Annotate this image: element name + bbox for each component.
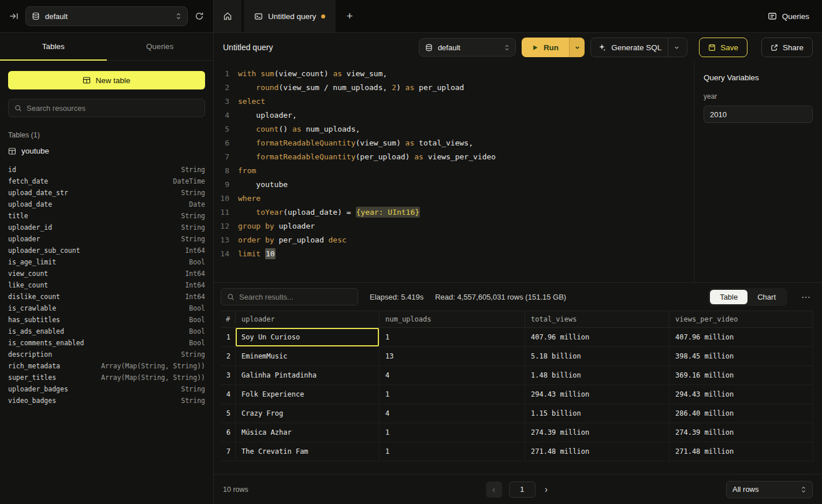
table-cell[interactable]: 407.96 million [669,328,813,346]
run-button[interactable]: Run [522,38,569,57]
column-row[interactable]: uploaderString [8,233,205,245]
tab-untitled-query[interactable]: Untitled query [244,0,336,32]
table-row[interactable]: 6Música Azhar1274.39 million274.39 milli… [221,423,813,442]
prev-page-button[interactable]: ‹ [486,481,502,498]
table-cell[interactable]: 1.15 billion [525,404,669,423]
new-table-button[interactable]: New table [8,71,205,89]
table-cell[interactable]: 4 [380,404,525,423]
table-cell[interactable]: 1 [380,423,525,442]
column-row[interactable]: rich_metadataArray(Map(String, String)) [8,360,205,372]
table-cell[interactable]: Soy Un Curioso [236,328,380,346]
column-row[interactable]: uploader_idString [8,222,205,233]
table-cell[interactable]: 13 [380,347,525,365]
table-cell[interactable]: 1 [380,442,525,461]
row-number[interactable]: 1 [221,328,236,346]
code-line[interactable]: 10where [214,192,694,206]
row-number[interactable]: 2 [221,347,236,365]
column-row[interactable]: descriptionString [8,349,205,360]
row-number[interactable]: 3 [221,366,236,384]
code-line[interactable]: 6 formatReadableQuantity(view_sum) as to… [214,136,694,150]
column-row[interactable]: is_comments_enabledBool [8,337,205,349]
table-row[interactable]: 5Crazy Frog41.15 billion286.40 million [221,404,813,423]
code-line[interactable]: 1with sum(view_count) as view_sum, [214,67,694,81]
table-cell[interactable]: 274.39 million [669,423,813,442]
code-line[interactable]: 13order by per_upload desc [214,233,694,247]
collapse-sidebar-button[interactable] [9,12,18,21]
table-cell[interactable]: 4 [380,366,525,384]
table-cell[interactable]: The Crevatin Fam [236,442,380,461]
table-cell[interactable]: 369.16 million [669,366,813,384]
column-row[interactable]: dislike_countInt64 [8,291,205,303]
table-cell[interactable]: 271.48 million [525,442,669,461]
table-view-button[interactable]: Table [710,290,747,304]
column-header[interactable]: # [221,311,236,327]
code-line[interactable]: 2 round(view_sum / num_uploads, 2) as pe… [214,81,694,95]
code-line[interactable]: 4 uploader, [214,109,694,122]
column-header[interactable]: num_uploads [380,311,525,327]
table-row[interactable]: 3Galinha Pintadinha41.48 billion369.16 m… [221,366,813,385]
save-button[interactable]: Save [699,38,747,57]
column-row[interactable]: uploader_badgesString [8,383,205,395]
column-header[interactable]: total_views [525,311,669,327]
home-button[interactable] [214,0,241,32]
row-number[interactable]: 6 [221,423,236,442]
generate-sql-button[interactable]: Generate SQL [590,38,687,57]
new-tab-button[interactable]: + [336,0,363,32]
column-row[interactable]: is_age_limitBool [8,256,205,268]
column-row[interactable]: super_titlesArray(Map(String, String)) [8,372,205,383]
generate-sql-options-button[interactable] [668,38,680,57]
code-line[interactable]: 5 count() as num_uploads, [214,122,694,136]
table-cell[interactable]: Folk Experience [236,385,380,404]
table-row[interactable]: 7The Crevatin Fam1271.48 million271.48 m… [221,442,813,461]
column-header[interactable]: uploader [236,311,380,327]
table-cell[interactable]: 286.40 million [669,404,813,423]
search-results-input[interactable]: Search results... [221,288,358,305]
editor-database-selector[interactable]: default [419,38,516,57]
table-cell[interactable]: 398.45 million [669,347,813,365]
sidebar-tab-tables[interactable]: Tables [0,33,107,60]
code-line[interactable]: 12group by uploader [214,219,694,233]
code-line[interactable]: 9 youtube [214,178,694,192]
run-options-button[interactable] [569,38,585,57]
column-row[interactable]: upload_dateDate [8,199,205,210]
column-row[interactable]: video_badgesString [8,395,205,406]
code-line[interactable]: 3select [214,95,694,109]
column-row[interactable]: titleString [8,210,205,222]
column-row[interactable]: view_countInt64 [8,268,205,279]
column-row[interactable]: like_countInt64 [8,279,205,291]
queries-button[interactable]: Queries [755,0,822,32]
sidebar-tab-queries[interactable]: Queries [107,33,214,60]
column-row[interactable]: is_crawlableBool [8,303,205,314]
code-line[interactable]: 7 formatReadableQuantity(per_upload) as … [214,150,694,164]
more-options-button[interactable]: ⋯ [799,292,813,303]
code-line[interactable]: 11 toYear(upload_date) = {year: UInt16} [214,206,694,219]
code-line[interactable]: 14limit 10 [214,247,694,261]
code-line[interactable]: 8from [214,164,694,178]
column-row[interactable]: uploader_sub_countInt64 [8,245,205,256]
table-row[interactable]: 2EminemMusic135.18 billion398.45 million [221,347,813,366]
page-number-input[interactable]: 1 [509,481,535,498]
row-number[interactable]: 4 [221,385,236,404]
table-cell[interactable]: 1.48 billion [525,366,669,384]
table-cell[interactable]: 294.43 million [669,385,813,404]
table-cell[interactable]: 5.18 billion [525,347,669,365]
column-row[interactable]: idString [8,164,205,176]
table-row[interactable]: 4Folk Experience1294.43 million294.43 mi… [221,385,813,404]
rows-per-page-select[interactable]: All rows [726,481,813,498]
column-row[interactable]: is_ads_enabledBool [8,326,205,337]
column-header[interactable]: views_per_video [669,311,813,327]
table-cell[interactable]: 407.96 million [525,328,669,346]
column-row[interactable]: has_subtitlesBool [8,314,205,326]
row-number[interactable]: 5 [221,404,236,423]
table-cell[interactable]: Música Azhar [236,423,380,442]
database-selector[interactable]: default [25,6,188,26]
table-row[interactable]: 1Soy Un Curioso1407.96 million407.96 mil… [221,328,813,347]
table-cell[interactable]: 294.43 million [525,385,669,404]
variable-input-year[interactable]: 2010 [704,106,813,123]
table-cell[interactable]: EminemMusic [236,347,380,365]
refresh-button[interactable] [195,12,204,21]
table-cell[interactable]: 274.39 million [525,423,669,442]
table-item-youtube[interactable]: youtube [0,143,213,159]
table-cell[interactable]: Galinha Pintadinha [236,366,380,384]
search-resources-input[interactable]: Search resources [8,99,205,117]
